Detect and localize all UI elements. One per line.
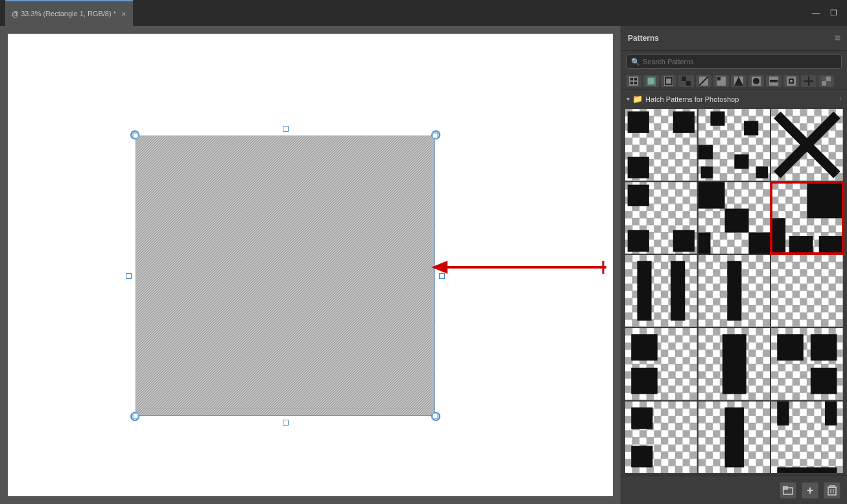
svg-rect-75 [698, 232, 710, 254]
add-pattern-button[interactable]: + [802, 482, 818, 499]
pattern-thumb-2[interactable] [698, 109, 770, 181]
filter-btn-6[interactable] [713, 75, 730, 88]
svg-rect-7 [630, 82, 633, 84]
pattern-thumb-3[interactable] [771, 109, 843, 181]
svg-rect-115 [722, 334, 746, 394]
svg-rect-84 [789, 236, 813, 254]
pattern-scroll-area[interactable]: ▾ 📁 Hatch Patterns for Photoshop ↑ [621, 90, 847, 475]
pattern-thumb-9[interactable] [771, 255, 843, 327]
pattern-thumb-5[interactable] [698, 182, 770, 254]
svg-rect-109 [631, 368, 658, 394]
svg-rect-18 [717, 77, 721, 80]
svg-rect-66 [628, 230, 649, 251]
filter-btn-8[interactable] [748, 75, 765, 88]
svg-rect-74 [748, 232, 770, 254]
edge-handle-top-left[interactable] [126, 273, 132, 279]
canvas-area [0, 26, 621, 504]
pattern-thumb-8[interactable] [698, 255, 770, 327]
tab-close-icon[interactable]: × [121, 9, 126, 19]
window-controls: — ❐ [621, 0, 847, 26]
svg-rect-123 [811, 368, 837, 394]
filter-btn-2[interactable] [643, 75, 660, 88]
panel-footer: + [621, 475, 847, 504]
svg-rect-97 [727, 261, 741, 321]
svg-rect-8 [634, 82, 637, 84]
group-scroll-indicator: ↑ [839, 95, 842, 102]
svg-rect-89 [625, 255, 697, 327]
corner-sq-tl[interactable] [133, 133, 139, 139]
pattern-thumb-10[interactable] [625, 328, 697, 400]
filter-btn-9[interactable] [765, 75, 782, 88]
filter-btn-3[interactable] [660, 75, 677, 88]
svg-rect-65 [673, 230, 695, 251]
search-wrapper: 🔍 [626, 54, 842, 69]
panel-menu-icon[interactable]: ≡ [835, 32, 841, 44]
tab[interactable]: @ 33.3% (Rectangle 1, RGB/8) * × [5, 0, 133, 26]
svg-rect-24 [770, 80, 778, 82]
corner-sq-br[interactable] [433, 413, 438, 419]
pattern-grid [621, 108, 847, 475]
svg-rect-81 [807, 182, 843, 218]
svg-rect-47 [698, 145, 713, 159]
svg-rect-27 [790, 80, 793, 82]
svg-rect-90 [637, 261, 651, 321]
filter-btn-12[interactable] [818, 75, 835, 88]
new-group-button[interactable] [780, 482, 796, 499]
svg-rect-144 [825, 402, 837, 426]
svg-rect-40 [673, 112, 695, 133]
svg-rect-143 [778, 402, 789, 426]
filter-btn-10[interactable] [783, 75, 800, 88]
pattern-thumb-14[interactable] [698, 402, 770, 474]
pattern-thumb-13[interactable] [625, 402, 697, 474]
svg-rect-91 [671, 261, 685, 321]
svg-rect-39 [628, 157, 649, 178]
corner-sq-bl[interactable] [133, 413, 139, 419]
window-minimize-btn[interactable]: — [809, 7, 823, 19]
pattern-thumb-15[interactable] [771, 402, 843, 474]
svg-rect-72 [698, 182, 725, 209]
panel-header: Patterns ≡ [621, 26, 847, 51]
filter-btn-7[interactable] [730, 75, 747, 88]
search-input[interactable] [626, 54, 842, 69]
tab-title: @ 33.3% (Rectangle 1, RGB/8) * [12, 10, 116, 18]
group-header[interactable]: ▾ 📁 Hatch Patterns for Photoshop ↑ [621, 90, 847, 108]
svg-rect-82 [771, 218, 785, 254]
search-container: 🔍 [621, 51, 847, 73]
svg-rect-5 [630, 78, 633, 80]
svg-rect-136 [724, 407, 744, 467]
edge-handle-top-mid[interactable] [283, 126, 289, 132]
edge-handle-bottom-mid[interactable] [283, 420, 289, 426]
pattern-thumb-12[interactable] [771, 328, 843, 400]
filter-row [621, 73, 847, 90]
panel-title: Patterns [628, 34, 659, 43]
svg-rect-38 [628, 112, 649, 133]
hatch-fill [136, 136, 435, 416]
pattern-thumb-11[interactable] [698, 328, 770, 400]
svg-rect-48 [744, 121, 758, 135]
svg-rect-147 [828, 487, 836, 495]
filter-btn-1[interactable] [625, 75, 642, 88]
svg-rect-9 [647, 77, 656, 86]
svg-rect-32 [826, 81, 831, 86]
filter-btn-5[interactable] [695, 75, 712, 88]
svg-rect-73 [724, 208, 748, 232]
pattern-thumb-7[interactable] [625, 255, 697, 327]
pattern-thumb-1[interactable] [625, 109, 697, 181]
svg-rect-13 [682, 77, 686, 81]
edge-handle-top-right[interactable] [439, 273, 445, 279]
svg-rect-6 [634, 78, 637, 80]
svg-rect-130 [631, 446, 652, 467]
corner-sq-tr[interactable] [433, 133, 438, 139]
window-restore-btn[interactable]: ❐ [827, 7, 841, 19]
svg-rect-122 [811, 334, 837, 361]
pattern-thumb-6[interactable] [771, 182, 843, 254]
svg-rect-14 [686, 81, 691, 86]
svg-rect-83 [819, 236, 843, 254]
svg-rect-108 [631, 334, 658, 361]
add-icon: + [807, 485, 814, 496]
rect-container[interactable] [126, 126, 444, 425]
delete-pattern-button[interactable] [824, 482, 841, 499]
pattern-thumb-4[interactable] [625, 182, 697, 254]
filter-btn-4[interactable] [678, 75, 695, 88]
filter-btn-11[interactable] [800, 75, 817, 88]
